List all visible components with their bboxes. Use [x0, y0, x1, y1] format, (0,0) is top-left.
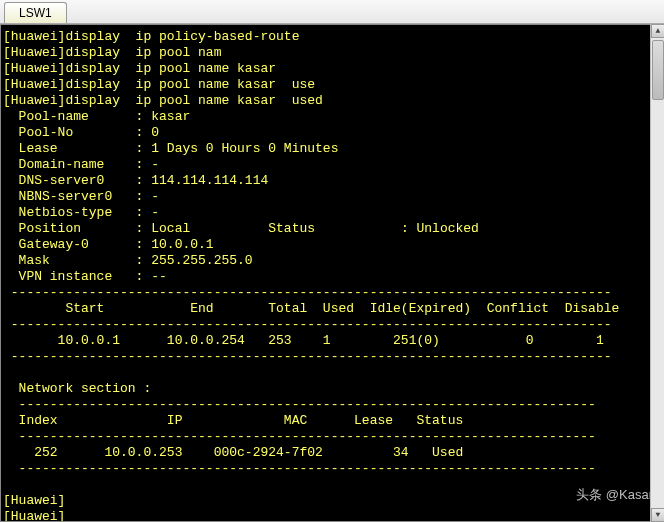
prompt-line: [Huawei] [3, 509, 65, 522]
status-label: Status [268, 221, 315, 236]
dns-label: DNS-server0 : [3, 173, 151, 188]
divider-line: ----------------------------------------… [3, 461, 596, 476]
prompt-line: [Huawei] [3, 493, 65, 508]
lease-value: 1 Days 0 Hours 0 Minutes [151, 141, 338, 156]
position-value: Local [151, 221, 190, 236]
domain-value: - [151, 157, 159, 172]
dns-value: 114.114.114.114 [151, 173, 268, 188]
history-line: [Huawei]display ip pool nam [3, 45, 221, 60]
scroll-thumb[interactable] [652, 40, 664, 100]
history-line: [Huawei]display ip pool name kasar [3, 61, 276, 76]
nbns-value: - [151, 189, 159, 204]
netbios-label: Netbios-type : [3, 205, 151, 220]
scrollbar[interactable]: ▲ ▼ [650, 24, 664, 522]
pool-no-value: 0 [151, 125, 159, 140]
scroll-up-icon[interactable]: ▲ [651, 24, 664, 38]
mask-label: Mask : [3, 253, 151, 268]
pool-no-label: Pool-No : [3, 125, 151, 140]
tab-bar: LSW1 [0, 0, 664, 24]
nbns-label: NBNS-server0 : [3, 189, 151, 204]
status-value: Unlocked [417, 221, 479, 236]
divider-line: ----------------------------------------… [3, 429, 596, 444]
history-line: [Huawei]display ip pool name kasar used [3, 93, 323, 108]
net-row: 252 10.0.0.253 000c-2924-7f02 34 Used [3, 445, 494, 460]
history-line: [huawei]display ip policy-based-route [3, 29, 299, 44]
divider-line: ----------------------------------------… [3, 285, 612, 300]
pool-name-value: kasar [151, 109, 190, 124]
divider-line: ----------------------------------------… [3, 397, 596, 412]
terminal-output[interactable]: [huawei]display ip policy-based-route [H… [0, 24, 664, 522]
gateway-value: 10.0.0.1 [151, 237, 213, 252]
netbios-value: - [151, 205, 159, 220]
network-section-label: Network section : [3, 381, 159, 396]
gateway-label: Gateway-0 : [3, 237, 151, 252]
watermark-text: 头条 @Kasar [576, 487, 653, 503]
domain-label: Domain-name : [3, 157, 151, 172]
table-row: 10.0.0.1 10.0.0.254 253 1 251(0) 0 1 [3, 333, 604, 348]
vpn-label: VPN instance : [3, 269, 151, 284]
pool-name-label: Pool-name : [3, 109, 151, 124]
scroll-down-icon[interactable]: ▼ [651, 508, 664, 522]
position-label: Position : [3, 221, 151, 236]
vpn-value: -- [151, 269, 167, 284]
tab-lsw1[interactable]: LSW1 [4, 2, 67, 23]
mask-value: 255.255.255.0 [151, 253, 252, 268]
divider-line: ----------------------------------------… [3, 349, 612, 364]
net-header: Index IP MAC Lease Status [3, 413, 479, 428]
lease-label: Lease : [3, 141, 151, 156]
history-line: [Huawei]display ip pool name kasar use [3, 77, 315, 92]
divider-line: ----------------------------------------… [3, 317, 612, 332]
table-header: Start End Total Used Idle(Expired) Confl… [3, 301, 619, 316]
